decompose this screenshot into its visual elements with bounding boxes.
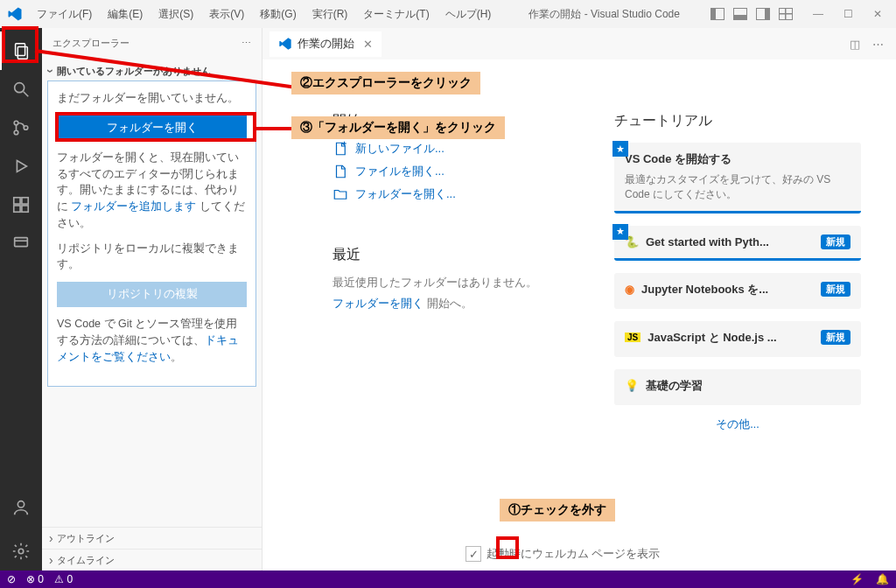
svg-point-5 xyxy=(14,130,18,135)
jupyter-icon: ◉ xyxy=(625,283,634,296)
toggle-sidebar-icon[interactable] xyxy=(710,8,724,20)
sidebar-more-icon[interactable]: ⋯ xyxy=(242,38,251,49)
badge-new: 新規 xyxy=(821,282,850,297)
tut-vscode-desc: 最適なカスタマイズを見つけて、好みの VS Code にしてください。 xyxy=(625,172,850,202)
open-folder-desc: フォルダーを開くと、現在開いているすべてのエディターが閉じられます。開いたままに… xyxy=(57,150,247,232)
menu-view[interactable]: 表示(V) xyxy=(202,4,251,25)
svg-point-4 xyxy=(14,121,18,125)
window-title: 作業の開始 - Visual Studio Code xyxy=(498,7,710,22)
recent-heading: 最近 xyxy=(332,246,579,264)
menu-run[interactable]: 実行(R) xyxy=(305,4,355,25)
svg-rect-12 xyxy=(15,238,28,247)
svg-point-2 xyxy=(15,83,24,93)
editor-more-icon[interactable]: ⋯ xyxy=(872,38,884,51)
lightbulb-icon: 💡 xyxy=(625,379,639,392)
menu-file[interactable]: ファイル(F) xyxy=(30,4,99,25)
status-remote-icon[interactable]: ⊘ xyxy=(7,573,16,585)
svg-point-14 xyxy=(18,501,24,508)
tut-js[interactable]: JSJavaScript と Node.js ...新規 xyxy=(614,321,861,357)
recent-open-row: フォルダーを開く 開始へ。 xyxy=(332,296,579,312)
tut-jupyter[interactable]: ◉Jupyter Notebooks を...新規 xyxy=(614,273,861,309)
activity-extensions[interactable] xyxy=(0,186,42,224)
svg-rect-8 xyxy=(14,198,20,204)
statusbar: ⊘ ⊗ 0 ⚠ 0 ⚡ 🔔 xyxy=(0,570,896,588)
close-icon[interactable]: ✕ xyxy=(870,8,886,20)
activity-scm[interactable] xyxy=(0,108,42,147)
show-welcome-label: 起動時にウェルカム ページを表示 xyxy=(486,547,660,562)
new-file-link[interactable]: 新しいファイル... xyxy=(332,141,579,157)
tab-label: 作業の開始 xyxy=(298,37,354,52)
recent-open-link[interactable]: フォルダーを開く xyxy=(332,297,424,310)
svg-point-15 xyxy=(18,549,24,554)
toggle-panel-icon[interactable] xyxy=(733,8,747,20)
tut-vscode[interactable]: VS Code を開始する 最適なカスタマイズを見つけて、好みの VS Code… xyxy=(614,143,861,214)
menu-edit[interactable]: 編集(E) xyxy=(101,4,150,25)
menu-selection[interactable]: 選択(S) xyxy=(151,4,200,25)
customize-layout-icon[interactable] xyxy=(779,8,793,20)
open-file-link[interactable]: ファイルを開く... xyxy=(332,164,579,179)
split-editor-icon[interactable]: ◫ xyxy=(850,38,860,51)
annot-2: ②エクスプローラーをクリック xyxy=(291,72,480,94)
show-welcome-checkbox-row: ✓ 起動時にウェルカム ページを表示 xyxy=(466,546,660,562)
status-feedback-icon[interactable]: ⚡ xyxy=(850,573,864,585)
activity-bar xyxy=(0,28,42,570)
tab-welcome[interactable]: 作業の開始 ✕ xyxy=(270,32,382,57)
recent-empty-text: 最近使用したフォルダーはありません。 xyxy=(332,275,579,290)
more-tutorials-link[interactable]: その他... xyxy=(614,417,861,432)
sidebar-header: エクスプローラー ⋯ xyxy=(42,28,262,58)
explorer-sidebar: エクスプローラー ⋯ 開いているフォルダーがありません まだフォルダーを開いてい… xyxy=(42,28,262,570)
activity-settings[interactable] xyxy=(0,532,42,570)
tab-close-icon[interactable]: ✕ xyxy=(363,38,373,51)
activity-remote[interactable] xyxy=(0,224,42,262)
menu-help[interactable]: ヘルプ(H) xyxy=(438,4,499,25)
annot-line-3 xyxy=(256,127,295,130)
status-errors[interactable]: ⊗ 0 xyxy=(26,573,44,585)
activity-debug[interactable] xyxy=(0,147,42,186)
menu-terminal[interactable]: ターミナル(T) xyxy=(356,4,436,25)
annot-3: ③「フォルダーを開く」をクリック xyxy=(291,116,505,139)
add-folder-link[interactable]: フォルダーを追加します xyxy=(71,200,196,213)
titlebar: ファイル(F) 編集(E) 選択(S) 表示(V) 移動(G) 実行(R) ター… xyxy=(0,0,896,28)
svg-line-3 xyxy=(24,92,29,97)
svg-rect-1 xyxy=(18,46,27,59)
no-folder-message: まだフォルダーを開いていません。 xyxy=(57,90,247,107)
python-icon: 🐍 xyxy=(625,235,639,248)
no-folder-panel: まだフォルダーを開いていません。 フォルダーを開く フォルダーを開くと、現在開い… xyxy=(47,80,256,387)
status-warnings[interactable]: ⚠ 0 xyxy=(54,573,73,585)
svg-marker-7 xyxy=(17,161,26,172)
outline-section[interactable]: アウトライン xyxy=(42,527,262,549)
repo-message: リポジトリをローカルに複製できます。 xyxy=(57,241,247,274)
svg-rect-10 xyxy=(14,206,20,212)
tutorials-heading: チュートリアル xyxy=(614,112,861,130)
tut-basics[interactable]: 💡基礎の学習 xyxy=(614,369,861,405)
tab-bar: 作業の開始 ✕ ◫ ⋯ xyxy=(262,28,896,60)
js-icon: JS xyxy=(625,332,640,342)
badge-new: 新規 xyxy=(821,234,850,249)
maximize-icon[interactable]: ☐ xyxy=(840,8,856,20)
toggle-secondary-icon[interactable] xyxy=(756,8,770,20)
git-doc-message: VS Code で Git とソース管理を使用する方法の詳細については、ドキュメ… xyxy=(57,316,247,365)
clone-repo-button[interactable]: リポジトリの複製 xyxy=(57,282,247,307)
vscode-tab-icon xyxy=(278,37,292,51)
activity-account[interactable] xyxy=(0,488,42,527)
minimize-icon[interactable]: — xyxy=(810,8,826,20)
vscode-logo-icon xyxy=(7,6,23,22)
timeline-section[interactable]: タイムライン xyxy=(42,549,262,570)
svg-rect-0 xyxy=(16,44,25,56)
activity-search[interactable] xyxy=(0,70,42,108)
open-folder-link[interactable]: フォルダーを開く... xyxy=(332,186,579,202)
svg-rect-9 xyxy=(22,198,28,204)
annot-1: ①チェックを外す xyxy=(500,499,615,522)
tut-python[interactable]: 🐍Get started with Pyth...新規 xyxy=(614,226,861,261)
editor-area: 作業の開始 ✕ ◫ ⋯ 開始 新しいファイル... ファイルを開く... フォル… xyxy=(262,28,896,570)
layout-controls xyxy=(710,8,793,20)
menubar: ファイル(F) 編集(E) 選択(S) 表示(V) 移動(G) 実行(R) ター… xyxy=(30,4,498,25)
badge-new: 新規 xyxy=(821,330,850,345)
status-bell-icon[interactable]: 🔔 xyxy=(876,573,889,585)
sidebar-title: エクスプローラー xyxy=(52,37,130,50)
svg-rect-11 xyxy=(22,206,28,212)
menu-go[interactable]: 移動(G) xyxy=(253,4,303,25)
window-controls: — ☐ ✕ xyxy=(810,8,896,20)
open-folder-button[interactable]: フォルダーを開く xyxy=(57,116,247,141)
show-welcome-checkbox[interactable]: ✓ xyxy=(466,546,481,562)
